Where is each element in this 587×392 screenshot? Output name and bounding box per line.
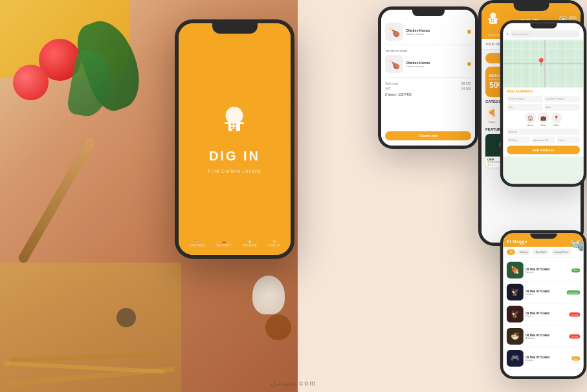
svg-rect-7 (232, 129, 236, 131)
svg-rect-5 (231, 127, 233, 129)
nav-browse[interactable]: 📋BROWSE (243, 239, 257, 247)
checkout-button[interactable]: Check out (385, 131, 471, 140)
filter-nearby[interactable]: Nearby (517, 249, 531, 254)
restaurant-logo-4: 🍜 (507, 328, 524, 345)
address-type-other[interactable]: 📍 Other (551, 113, 562, 127)
restaurant-item-5[interactable]: 🎮 IN THE KITCHEN Burger... New (507, 347, 580, 369)
map-grid: 📍 (503, 40, 583, 88)
map-building-row: Building Apartment No. Floor (507, 137, 580, 144)
svg-rect-14 (493, 21, 494, 23)
add-address-button[interactable]: Add Address (507, 146, 580, 154)
map-phone-field[interactable]: Phone number (507, 96, 542, 102)
map-city-row: City Area (507, 104, 580, 111)
restaurant-badge-4: Closed (569, 334, 580, 338)
cart-subtotal-row: Sub total 99.505 (385, 82, 471, 85)
cart-totals: Sub total 99.505 VAT 24.505 2 Items / 12… (385, 82, 471, 96)
restaurant-info-1: IN THE KITCHEN Special... (526, 267, 569, 274)
svg-point-8 (490, 13, 496, 19)
svg-rect-11 (491, 19, 492, 21)
cat-pizza[interactable]: 🍕 Pizza (485, 106, 498, 124)
map-apartment-field[interactable]: Apartment No. (532, 137, 555, 144)
home-logo-icon (485, 12, 501, 25)
restaurant-logo-5: 🎮 (507, 350, 524, 367)
phone-main-screen: DIG IN Find Curlers Locally 🏠CANTEEN 🚗DE… (179, 23, 291, 255)
map-screen: ‹ Search address... 📍 AD (503, 23, 583, 184)
restaurant-list-screen: El Magge 🔍 ⚙️ All Nearby Top Rated Lowes… (503, 234, 583, 376)
map-address-form: ADD ADDRESS Phone number Landline number… (503, 87, 583, 157)
restaurant-info-2: IN THE KITCHEN Karahi... (526, 289, 564, 296)
svg-rect-4 (234, 124, 236, 125)
cart-item-info-1: Chicken Hamza Chicken Hamza (406, 28, 465, 36)
phone-main-notch (212, 23, 258, 34)
map-phone-row: Phone number Landline number (507, 96, 580, 102)
restaurant-list-title: El Magge (507, 240, 527, 244)
restaurant-info-3: IN THE KITCHEN Pizza... (526, 311, 566, 318)
address-type-home[interactable]: 🏠 Home (525, 113, 536, 127)
rest-filter-icon[interactable]: ⚙️ (577, 240, 581, 244)
cart-kitchen-label: IN THE KITCHEN (385, 49, 471, 52)
restaurant-sub-2: Karahi... (526, 292, 564, 296)
home-logo (485, 12, 501, 28)
other-icon: 📍 (551, 113, 562, 124)
restaurant-logo-1: 🍖 (507, 262, 524, 279)
svg-rect-13 (491, 21, 492, 23)
cart-screen: 🍗 Chicken Hamza Chicken Hamza IN THE KIT… (381, 10, 475, 146)
watermark: مستقل.com (271, 380, 316, 387)
nav-canteen[interactable]: 🏠CANTEEN (189, 239, 205, 247)
address-type-work[interactable]: 💼 Work (538, 113, 549, 127)
home-nav-canteen[interactable]: CANTEEN (488, 34, 500, 37)
restaurant-badge-2: Activated (566, 290, 580, 294)
cart-item-2: 🍗 Chicken Hamza Chicken Hamza (385, 55, 471, 78)
cart-phone-notch (412, 10, 445, 16)
restaurant-list: 🍖 IN THE KITCHEN Special... New 🦅 IN THE… (503, 257, 583, 371)
restaurant-sub-5: Burger... (526, 358, 569, 362)
map-city-field[interactable]: City (507, 104, 542, 111)
cart-subtotal-label: Sub total (385, 82, 398, 85)
restaurant-badge-3: Closed (569, 312, 580, 316)
restaurant-item-1[interactable]: 🍖 IN THE KITCHEN Special... New (507, 259, 580, 281)
nav-delivery[interactable]: 🚗DELIVERY (216, 239, 232, 247)
home-icon: 🏠 (525, 113, 536, 124)
restaurant-item-4[interactable]: 🍜 IN THE KITCHEN Arabian... Closed (507, 325, 580, 347)
svg-rect-3 (231, 124, 233, 125)
map-building-field[interactable]: Building (507, 137, 530, 144)
rest-search-icon[interactable]: 🔍 (571, 240, 575, 244)
cart-vat-val: 24.505 (461, 87, 471, 91)
map-form-title: ADD ADDRESS (507, 90, 580, 94)
rest-phone-notch (530, 234, 557, 239)
cart-item-image-1: 🍗 (385, 23, 403, 41)
cart-item-info-2: Chicken Hamza Chicken Hamza (406, 61, 465, 68)
restaurant-logo-3: 🦅 (507, 306, 524, 323)
restaurant-item-3[interactable]: 🦅 IN THE KITCHEN Pizza... Closed (507, 303, 580, 325)
app-logo: DIG IN Find Curlers Locally (208, 105, 261, 173)
restaurant-sub-4: Arabian... (526, 336, 566, 340)
cat-pizza-label: Pizza (489, 120, 495, 124)
cart-vat-label: VAT (385, 87, 391, 91)
map-floor-field[interactable]: Floor (557, 137, 580, 144)
restaurant-item-2[interactable]: 🦅 IN THE KITCHEN Karahi... Activated (507, 281, 580, 303)
app-tagline: Find Curlers Locally (208, 169, 261, 173)
home-label: Home (527, 124, 533, 127)
svg-rect-12 (493, 19, 494, 21)
home-phone-notch (513, 3, 549, 11)
phone-map: ‹ Search address... 📍 AD (500, 20, 586, 187)
map-area-field[interactable]: Area (544, 104, 580, 111)
map-landline-field[interactable]: Landline number (544, 96, 580, 102)
logo-icon (215, 105, 254, 144)
phone-restaurant-list: El Magge 🔍 ⚙️ All Nearby Top Rated Lowes… (500, 230, 586, 379)
work-label: Work (540, 124, 546, 127)
restaurant-sub-1: Special... (526, 270, 569, 274)
map-back-button[interactable]: ‹ (507, 31, 508, 36)
filter-all[interactable]: All (507, 249, 515, 254)
map-address-field[interactable]: Address (507, 129, 580, 135)
other-label: Other (553, 124, 559, 127)
map-view: 📍 (503, 40, 583, 88)
filter-lowest[interactable]: Lowest Price (551, 249, 571, 254)
cart-subtotal-val: 99.505 (461, 82, 471, 85)
restaurant-logo-2: 🦅 (507, 284, 524, 301)
cart-item-sub-1: Chicken Hamza (406, 32, 465, 36)
map-search-bar[interactable]: Search address... (510, 30, 580, 38)
nav-dinein[interactable]: 🍽DINE IN (268, 239, 280, 247)
map-address-row: Address (507, 129, 580, 135)
filter-top[interactable]: Top Rated (533, 249, 549, 254)
